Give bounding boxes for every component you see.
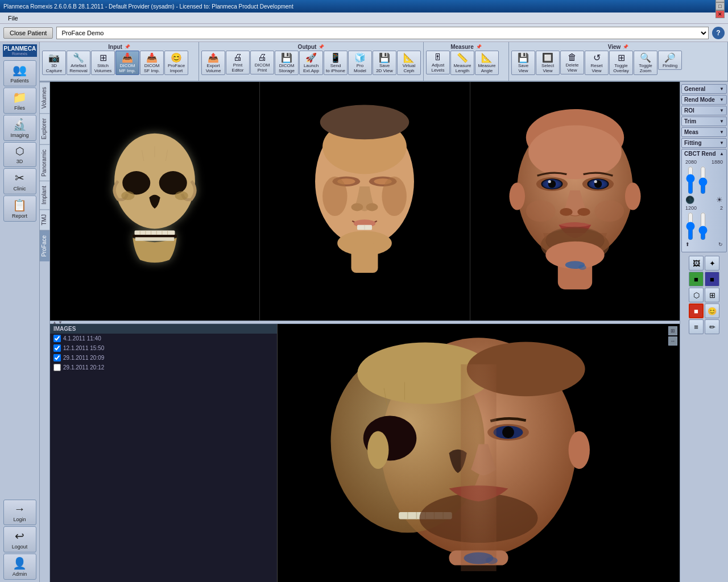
output-header-label: Output xyxy=(298,44,317,50)
image-checkbox-1[interactable] xyxy=(53,335,61,342)
tab-proface[interactable]: ProFace xyxy=(40,230,49,261)
tool-dicom-print[interactable]: 🖨 DICOMPrint xyxy=(250,51,274,74)
tool-dicom-storage[interactable]: 💾 DICOMStorage xyxy=(275,51,299,75)
face-photo-view-panel[interactable] xyxy=(470,82,680,321)
right-icon-face-photo[interactable]: 😊 xyxy=(705,304,719,318)
sidebar-item-clinic[interactable]: ✂ Clinic xyxy=(3,168,36,194)
right-icon-photo[interactable]: 🖼 xyxy=(689,256,704,271)
right-icon-blue[interactable]: ■ xyxy=(705,272,719,286)
image-item-4[interactable]: 29.1.2011 20:12 xyxy=(50,363,277,372)
section-trim-header: Trim ▼ xyxy=(684,118,724,124)
right-icon-mesh[interactable]: ⊞ xyxy=(705,288,719,302)
section-rend-mode[interactable]: Rend Mode ▼ xyxy=(681,95,727,105)
right-icon-pencil[interactable]: ✏ xyxy=(705,319,719,334)
tool-measure-angle[interactable]: 📐 MeasureAngle xyxy=(475,51,499,75)
view-icon-fullscreen[interactable]: ⊞ xyxy=(668,326,677,335)
toggle-overlay-icon: ⊞ xyxy=(610,52,632,63)
cbct-slider-left-top[interactable] xyxy=(685,166,696,194)
svg-point-35 xyxy=(528,125,622,179)
tool-print[interactable]: 🖨 PrintEditor xyxy=(226,51,250,74)
tool-select-view[interactable]: 🔲 SelectView xyxy=(536,51,560,75)
section-general[interactable]: General ▼ xyxy=(681,84,727,94)
sidebar-item-report[interactable]: 📋 Report xyxy=(3,196,36,222)
cbct-bottom-values: 1200 2 xyxy=(685,205,723,211)
tool-save-2dview[interactable]: 💾 Save2D View xyxy=(373,51,396,75)
close-button[interactable]: ✕ xyxy=(715,10,725,18)
input-pin-icon[interactable]: 📌 xyxy=(125,44,130,49)
section-cbct-rend[interactable]: CBCT Rend ▲ 2080 1880 🌑 xyxy=(681,149,727,252)
tool-stitch[interactable]: ⊞ StitchVolumes xyxy=(91,51,115,75)
view-icon-settings[interactable]: ↔ xyxy=(668,336,677,346)
main-layout: PLANMECA Romexis 👥 Patients 📁 Files 🔬 Im… xyxy=(0,42,728,582)
tool-toggle-overlay[interactable]: ⊞ ToggleOverlay xyxy=(609,51,633,75)
section-roi-header: ROI ▼ xyxy=(684,107,724,114)
tool-reset-view[interactable]: ↺ ResetView xyxy=(585,51,609,75)
section-rend-mode-header: Rend Mode ▼ xyxy=(684,97,724,103)
right-icon-light[interactable]: ✦ xyxy=(705,256,719,271)
tab-explorer[interactable]: Explorer xyxy=(40,113,49,144)
skull-svg xyxy=(98,96,212,306)
face-skin-view-panel[interactable] xyxy=(260,82,470,321)
cbct-slider-right-top[interactable] xyxy=(698,166,708,194)
patient-selector[interactable]: ProFace Demo xyxy=(56,27,709,39)
image-checkbox-4[interactable] xyxy=(53,364,61,371)
images-header: IMAGES xyxy=(50,324,277,334)
tool-virtual-ceph[interactable]: 📐 VirtualCeph xyxy=(397,51,421,75)
sidebar-item-imaging[interactable]: 🔬 Imaging xyxy=(3,115,36,141)
tool-export-vol[interactable]: 📤 ExportVolume xyxy=(201,51,225,75)
sidebar-item-patients[interactable]: 👥 Patients xyxy=(3,60,36,86)
tool-save-view[interactable]: 💾 SaveView xyxy=(511,51,535,75)
tool-dicom-sf[interactable]: 📥 DICOMSF Imp. xyxy=(140,51,164,75)
tab-implant[interactable]: Implant xyxy=(40,181,49,209)
tool-launch-ext[interactable]: 🚀 LaunchExt.App xyxy=(299,51,323,75)
image-checkbox-2[interactable] xyxy=(53,344,61,352)
tab-volumes[interactable]: Volumes xyxy=(40,82,49,113)
tab-tmj[interactable]: TMJ xyxy=(40,209,49,230)
skull-view-panel[interactable] xyxy=(50,82,260,321)
help-button[interactable]: ? xyxy=(712,27,725,39)
section-fitting[interactable]: Fitting ▼ xyxy=(681,138,727,148)
image-item-3[interactable]: 29.1.2011 20:09 xyxy=(50,353,277,363)
svg-point-16 xyxy=(175,192,188,200)
view-bottom-main[interactable]: ⊞ ↔ xyxy=(278,324,680,582)
sidebar-item-logout[interactable]: ↩ Logout xyxy=(3,526,36,552)
measure-pin-icon[interactable]: 📌 xyxy=(476,44,482,49)
section-roi[interactable]: ROI ▼ xyxy=(681,106,727,115)
artefact-icon: 🔧 xyxy=(68,52,89,63)
image-item-1[interactable]: 4.1.2011 11:40 xyxy=(50,334,277,343)
sidebar-item-admin[interactable]: 👤 Admin xyxy=(3,554,36,580)
close-patient-button[interactable]: Close Patient xyxy=(3,27,53,39)
save-2dview-icon: 💾 xyxy=(374,52,395,63)
tool-dicom-mf[interactable]: 📥 DICOMMF Imp. xyxy=(115,51,139,75)
finding-icon: 🔎 xyxy=(659,52,681,63)
section-meas[interactable]: Meas ▼ xyxy=(681,127,727,137)
tool-artefact[interactable]: 🔧 ArtefactRemoval xyxy=(67,51,90,75)
tool-send-iphone[interactable]: 📱 Sendto iPhone xyxy=(324,51,348,75)
maximize-button[interactable]: □ xyxy=(715,2,725,10)
tool-3dcapture[interactable]: 📷 3DCapture xyxy=(42,51,66,75)
image-checkbox-3[interactable] xyxy=(53,354,61,361)
right-icon-red-square[interactable]: ■ xyxy=(689,304,704,318)
sidebar-item-3d[interactable]: ⬡ 3D xyxy=(3,142,36,167)
menu-bar: File xyxy=(0,13,728,24)
tool-proface-import[interactable]: 😊 ProFaceImport xyxy=(164,51,188,75)
cbct-slider-right-bottom[interactable] xyxy=(698,212,708,240)
view-pin-icon[interactable]: 📌 xyxy=(623,44,628,49)
tool-finding[interactable]: 🔎 Finding xyxy=(658,51,682,70)
sidebar-item-login[interactable]: → Login xyxy=(3,500,36,525)
tool-delete-view[interactable]: 🗑 DeleteView xyxy=(560,51,584,74)
sidebar-item-files[interactable]: 📁 Files xyxy=(3,88,36,114)
tool-toggle-zoom[interactable]: 🔍 ToggleZoom xyxy=(634,51,657,75)
cbct-slider-left-bottom[interactable] xyxy=(685,212,696,240)
image-item-2[interactable]: 12.1.2011 15:50 xyxy=(50,343,277,353)
right-icon-list[interactable]: ≡ xyxy=(689,319,704,334)
output-pin-icon[interactable]: 📌 xyxy=(318,44,324,49)
tab-panoramic[interactable]: Panoramic xyxy=(40,144,49,181)
tool-pro-model[interactable]: 🧊 ProModel xyxy=(348,51,372,75)
right-icon-cube[interactable]: ⬡ xyxy=(689,288,704,302)
tool-measure-length[interactable]: 📏 MeasureLength xyxy=(450,51,474,75)
right-icon-green[interactable]: ■ xyxy=(689,272,704,286)
section-trim[interactable]: Trim ▼ xyxy=(681,117,727,126)
tool-adjust-levels[interactable]: 🎚 AdjustLevels xyxy=(426,51,450,74)
menu-file[interactable]: File xyxy=(3,14,23,22)
